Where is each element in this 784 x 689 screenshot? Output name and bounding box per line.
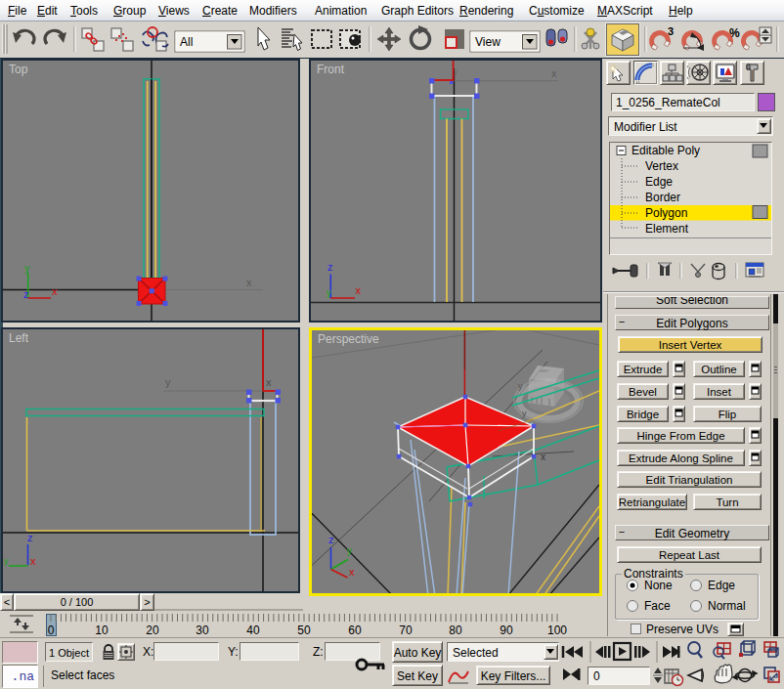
svg-text:x: x [266,376,272,388]
svg-text:z: z [328,534,334,545]
svg-text:x: x [349,566,355,578]
svg-text:y: y [518,381,523,391]
svg-text:%: % [729,26,740,40]
svg-text:50: 50 [297,624,311,637]
svg-text:z: z [327,261,333,273]
svg-text:y: y [327,287,331,298]
svg-text:x: x [30,555,36,567]
svg-text:x: x [356,284,362,296]
svg-text:Vertex: Vertex [645,159,678,173]
svg-text:y: y [454,66,458,76]
svg-text:View: View [475,35,501,49]
svg-text:80: 80 [449,624,462,637]
svg-text:Edge: Edge [645,175,673,189]
svg-text:z: z [23,288,29,300]
svg-text:None: None [644,579,673,592]
svg-text:y: y [4,556,9,566]
svg-text:x: x [246,277,252,288]
svg-text:x: x [541,452,545,462]
svg-text:y: y [165,376,171,388]
svg-text:All: All [180,35,193,49]
svg-text:0: 0 [48,624,55,637]
svg-text:Face: Face [644,599,671,613]
svg-text:60: 60 [348,624,362,637]
svg-text:y: y [347,545,352,556]
svg-text:100: 100 [547,624,567,637]
svg-text:Border: Border [645,191,680,204]
svg-text:x: x [551,67,557,79]
svg-text:y: y [24,262,30,274]
svg-text:x: x [52,285,58,297]
svg-text:70: 70 [399,624,413,637]
svg-text:Normal: Normal [708,599,746,613]
svg-text:Edge: Edge [708,579,735,592]
svg-text:20: 20 [146,624,159,637]
svg-text:Polygon: Polygon [645,206,687,220]
svg-text:30: 30 [196,624,209,637]
svg-text:y: y [522,409,527,418]
svg-text:z: z [27,532,33,543]
svg-text:Element: Element [645,222,689,236]
svg-text:Editable Poly: Editable Poly [632,144,700,157]
svg-text:10: 10 [95,624,109,637]
svg-text:3: 3 [668,25,674,37]
svg-text:90: 90 [500,624,513,637]
svg-text:40: 40 [246,624,260,637]
